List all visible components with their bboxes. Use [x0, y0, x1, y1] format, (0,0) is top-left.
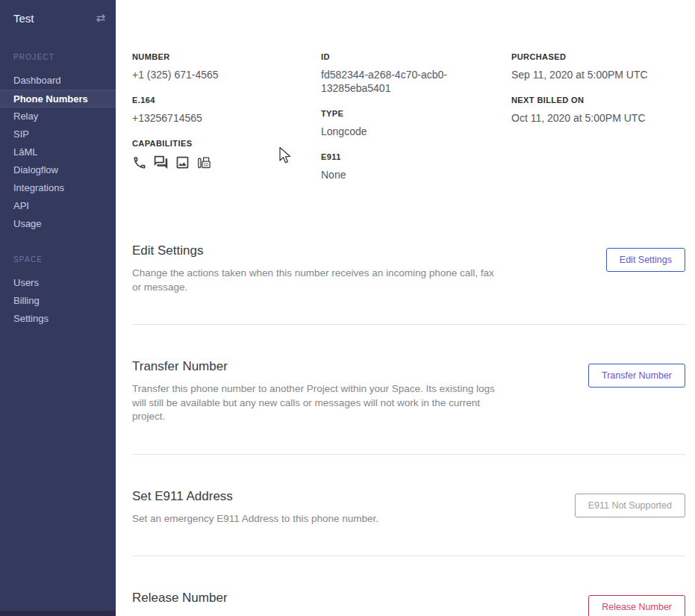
details-column-id: ID fd582344-a268-4c70-acb0-13285eba5401 …	[321, 52, 511, 196]
section-set-e911: Set E911 Address Set an emergency E911 A…	[132, 455, 685, 557]
transfer-number-description: Transfer this phone number to another Pr…	[132, 382, 502, 424]
sidebar-item-integrations[interactable]: Integrations	[0, 179, 116, 197]
edit-settings-title: Edit Settings	[132, 243, 502, 258]
type-label: TYPE	[321, 109, 511, 118]
e164-label: E.164	[132, 96, 321, 105]
id-value: fd582344-a268-4c70-acb0-13285eba5401	[321, 68, 474, 95]
field-purchased: PURCHASED Sep 11, 2020 at 5:00PM UTC	[511, 52, 685, 81]
details-column-number: NUMBER +1 (325) 671-4565 E.164 +13256714…	[132, 52, 321, 196]
transfer-number-button[interactable]: Transfer Number	[588, 364, 685, 388]
sidebar-section-project-label: PROJECT	[0, 53, 116, 61]
edit-settings-description: Change the actions taken when this numbe…	[132, 267, 502, 294]
phone-number-detail-page: Test ⇄ PROJECT Dashboard Phone Numbers R…	[0, 0, 695, 616]
sidebar-item-relay[interactable]: Relay	[0, 108, 116, 125]
next-billed-label: NEXT BILLED ON	[511, 96, 685, 105]
edit-settings-button[interactable]: Edit Settings	[606, 248, 685, 272]
sidebar-section-space-label: SPACE	[0, 255, 116, 264]
sidebar-item-api[interactable]: API	[0, 197, 116, 215]
mms-icon	[175, 155, 190, 170]
project-name[interactable]: Test	[13, 12, 34, 25]
sidebar-bottom-strip	[0, 611, 116, 616]
fax-icon	[196, 155, 212, 170]
e911-label: E911	[321, 152, 511, 161]
type-value: Longcode	[321, 125, 474, 138]
section-text: Transfer Number Transfer this phone numb…	[132, 359, 502, 424]
section-text: Edit Settings Change the actions taken w…	[132, 243, 502, 294]
details-column-billing: PURCHASED Sep 11, 2020 at 5:00PM UTC NEX…	[511, 52, 685, 196]
set-e911-title: Set E911 Address	[132, 489, 378, 504]
field-capabilities: CAPABILITIES	[132, 139, 321, 170]
sidebar-item-dashboard[interactable]: Dashboard	[0, 72, 116, 90]
next-billed-value: Oct 11, 2020 at 5:00PM UTC	[511, 111, 664, 125]
action-sections: Edit Settings Change the actions taken w…	[132, 243, 685, 616]
release-number-title: Release Number	[132, 591, 502, 606]
sidebar-item-billing[interactable]: Billing	[0, 292, 116, 310]
purchased-label: PURCHASED	[511, 52, 685, 61]
e164-value: +13256714565	[132, 111, 285, 125]
sidebar-item-usage[interactable]: Usage	[0, 215, 116, 233]
project-nav: Dashboard Phone Numbers Relay SIP LāML D…	[0, 72, 116, 233]
field-type: TYPE Longcode	[321, 109, 511, 138]
section-text: Release Number Releasing this phone numb…	[132, 591, 502, 616]
space-nav: Users Billing Settings	[0, 274, 116, 328]
section-release-number: Release Number Releasing this phone numb…	[132, 556, 685, 616]
sidebar-item-settings[interactable]: Settings	[0, 310, 116, 328]
section-edit-settings: Edit Settings Change the actions taken w…	[132, 243, 685, 325]
sidebar-item-sip[interactable]: SIP	[0, 125, 116, 143]
voice-icon	[132, 155, 147, 170]
sidebar-item-phone-numbers[interactable]: Phone Numbers	[0, 90, 116, 108]
field-e911: E911 None	[321, 152, 511, 181]
e911-not-supported-button: E911 Not Supported	[575, 494, 685, 517]
section-transfer-number: Transfer Number Transfer this phone numb…	[132, 325, 685, 455]
number-label: NUMBER	[132, 52, 321, 61]
e911-value: None	[321, 168, 474, 181]
capabilities-label: CAPABILITIES	[132, 139, 321, 148]
switch-project-icon[interactable]: ⇄	[96, 11, 105, 25]
sidebar-item-dialogflow[interactable]: Dialogflow	[0, 161, 116, 179]
sidebar-item-users[interactable]: Users	[0, 274, 116, 292]
capability-icons	[132, 155, 321, 170]
number-value: +1 (325) 671-4565	[132, 68, 285, 81]
sidebar-item-laml[interactable]: LāML	[0, 143, 116, 161]
field-e164: E.164 +13256714565	[132, 96, 321, 125]
transfer-number-title: Transfer Number	[132, 359, 502, 374]
field-number: NUMBER +1 (325) 671-4565	[132, 52, 321, 81]
set-e911-description: Set an emergency E911 Address to this ph…	[132, 512, 378, 526]
sidebar: Test ⇄ PROJECT Dashboard Phone Numbers R…	[0, 0, 116, 616]
number-details-grid: NUMBER +1 (325) 671-4565 E.164 +13256714…	[132, 52, 685, 196]
field-id: ID fd582344-a268-4c70-acb0-13285eba5401	[321, 52, 511, 95]
field-next-billed: NEXT BILLED ON Oct 11, 2020 at 5:00PM UT…	[511, 96, 685, 125]
sidebar-header: Test ⇄	[0, 0, 116, 25]
section-text: Set E911 Address Set an emergency E911 A…	[132, 489, 378, 526]
main-content: NUMBER +1 (325) 671-4565 E.164 +13256714…	[116, 0, 695, 616]
release-number-button[interactable]: Release Number	[588, 595, 685, 616]
id-label: ID	[321, 52, 511, 61]
sms-icon	[153, 155, 169, 170]
purchased-value: Sep 11, 2020 at 5:00PM UTC	[511, 68, 664, 81]
